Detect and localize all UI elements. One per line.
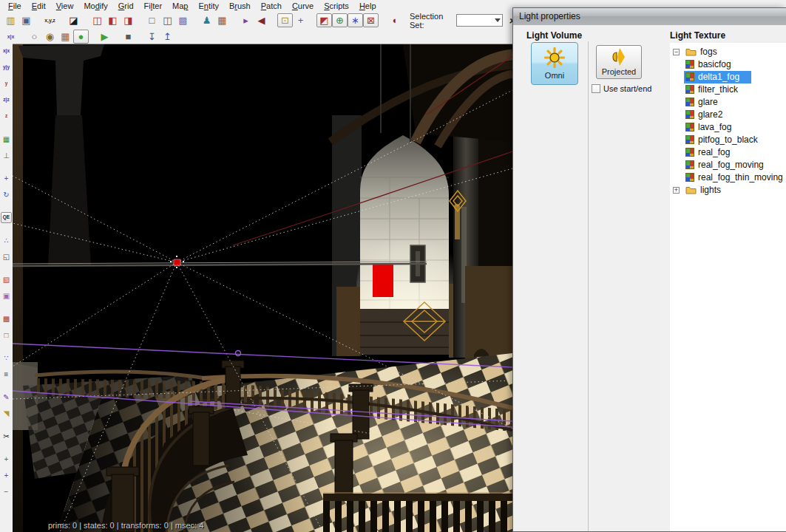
camera-viewport[interactable]: . [13, 44, 512, 532]
csg-merge-icon[interactable]: ◫ [160, 13, 175, 27]
tree-item-pitfog_to_black[interactable]: pitfog_to_black [670, 134, 786, 146]
step-up-icon[interactable]: ↥ [160, 30, 175, 44]
menu-file[interactable]: File [3, 1, 27, 11]
menu-entity[interactable]: Entity [193, 1, 224, 11]
entity-link-icon[interactable]: ∴ [1, 235, 12, 246]
mirror-x-icon[interactable]: x|x [1, 46, 12, 57]
overlap-squares-icon[interactable]: ◱ [1, 251, 12, 262]
use-start-end-checkbox[interactable] [592, 84, 600, 93]
pointer-entity-icon[interactable]: ▸ [238, 13, 254, 27]
patch-leaf-icon[interactable]: ◖ [387, 13, 402, 27]
menu-modify[interactable]: Modify [78, 1, 112, 11]
wireframe-sphere-icon[interactable]: ○ [27, 30, 42, 44]
menu-edit[interactable]: Edit [27, 1, 51, 11]
copy-brush-icon[interactable]: ▣ [1, 290, 12, 301]
selection-set-combo[interactable] [456, 14, 503, 27]
mode-rotate-icon[interactable]: ⊕ [332, 13, 348, 27]
lock-icon[interactable]: ⊡ [277, 13, 293, 27]
tree-row-content[interactable]: real_fog [684, 146, 742, 159]
region-off-icon[interactable]: □ [1, 330, 12, 341]
tree-item-real_fog[interactable]: real_fog [670, 146, 786, 159]
brush-rotate-icon[interactable]: ◧ [105, 13, 121, 27]
menu-curve[interactable]: Curve [287, 1, 319, 11]
open-file-icon[interactable]: ▥ [3, 13, 18, 27]
marquee-select-icon[interactable]: ▧ [1, 274, 12, 285]
csg-hollow-icon[interactable]: ▩ [175, 13, 191, 27]
region-set-icon[interactable]: ▩ [1, 313, 12, 324]
rotate-tool-icon[interactable]: ↻ [1, 189, 12, 200]
rotate-y-icon[interactable]: y [1, 78, 12, 89]
menu-map[interactable]: Map [167, 1, 193, 11]
qe-tool-icon[interactable]: QE [1, 212, 12, 223]
save-icon[interactable]: ▣ [18, 13, 34, 27]
tree-item-fogs[interactable]: −fogs [670, 46, 786, 58]
tree-item-real_fog_moving[interactable]: real_fog_moving [670, 159, 786, 171]
step-down-icon[interactable]: ↧ [144, 30, 160, 44]
tree-item-real_fog_thin_moving[interactable]: real_fog_thin_moving [670, 171, 786, 184]
xyz-axes-icon[interactable]: x,y,z [42, 13, 58, 27]
group-nodes-icon[interactable]: ≡ [1, 369, 12, 380]
entity-icon[interactable]: ♟ [199, 13, 214, 27]
menu-patch[interactable]: Patch [256, 1, 287, 11]
hide-axes-icon[interactable]: x|x [3, 30, 18, 44]
menu-help[interactable]: Help [354, 1, 382, 11]
tree-row-content[interactable]: glare2 [684, 109, 734, 121]
connect-entities-icon[interactable]: ∵ [1, 352, 12, 364]
tree-row-content[interactable]: pitfog_to_black [684, 134, 770, 146]
expand-icon[interactable]: + [673, 187, 680, 194]
tree-row-content[interactable]: basicfog [684, 58, 743, 71]
tree-item-filter_thick[interactable]: filter_thick [670, 83, 786, 96]
dialog-titlebar[interactable]: Light properties [513, 8, 786, 26]
tree-row-content[interactable]: lava_fog [684, 121, 743, 134]
menu-brush[interactable]: Brush [224, 1, 256, 11]
chevron-down-icon[interactable] [495, 18, 501, 22]
tree-row-content[interactable]: real_fog_thin_moving [684, 171, 786, 184]
csg-subtract-icon[interactable]: □ [144, 13, 160, 27]
realtime-light-icon[interactable]: ● [73, 30, 89, 44]
tree-item-lights[interactable]: +lights [670, 184, 786, 197]
tree-row-content[interactable]: fogs [684, 46, 729, 58]
tree-item-glare[interactable]: glare [670, 96, 786, 109]
tree-row-content[interactable]: lights [684, 184, 733, 197]
vertex-insert-icon[interactable]: + [1, 470, 12, 481]
mode-scale-icon[interactable]: ∗ [348, 13, 363, 27]
tree-row-content[interactable]: delta1_fog [684, 71, 751, 83]
snap-grid-icon[interactable]: ▦ [1, 134, 12, 145]
mirror-z-icon[interactable]: z|z [1, 95, 12, 106]
cube-texture-icon[interactable]: ▦ [214, 13, 230, 27]
brush-mirror-icon[interactable]: ◨ [121, 13, 136, 27]
mirror-y-icon[interactable]: y|y [1, 62, 12, 73]
rotate-z-icon[interactable]: z [1, 111, 12, 122]
lattice-icon[interactable]: ▦ [58, 30, 73, 44]
tree-item-basicfog[interactable]: basicfog [670, 58, 786, 71]
brush-flip-icon[interactable]: ◫ [89, 13, 105, 27]
stop-icon[interactable]: ■ [121, 30, 136, 44]
tree-row-content[interactable]: glare [684, 96, 730, 109]
vertex-add-icon[interactable]: + [1, 454, 12, 465]
tree-item-lava_fog[interactable]: lava_fog [670, 121, 786, 134]
texture-invert-icon[interactable]: ◪ [66, 13, 81, 27]
menu-filter[interactable]: Filter [139, 1, 167, 11]
pan-views-icon[interactable]: + [293, 13, 308, 27]
natural-texture-icon[interactable]: ◥ [1, 408, 12, 419]
cut-scissors-icon[interactable]: ✂ [1, 431, 12, 442]
menu-grid[interactable]: Grid [113, 1, 139, 11]
speaker-icon[interactable]: ◀ [254, 13, 269, 27]
menu-scripts[interactable]: Scripts [319, 1, 354, 11]
tree-row-content[interactable]: filter_thick [684, 83, 750, 96]
collapse-icon[interactable]: − [673, 49, 680, 55]
vertex-remove-icon[interactable]: − [1, 486, 12, 497]
play-icon[interactable]: ▶ [97, 30, 112, 44]
projected-button[interactable]: Projected [596, 45, 642, 79]
tree-item-delta1_fog[interactable]: delta1_fog [670, 71, 786, 83]
pen-tool-icon[interactable]: ✎ [1, 392, 12, 403]
tree-row-content[interactable]: real_fog_moving [684, 159, 776, 171]
mode-clip-icon[interactable]: ⊠ [363, 13, 379, 27]
move-tool-icon[interactable]: + [1, 173, 12, 184]
tree-item-glare2[interactable]: glare2 [670, 109, 786, 121]
mode-resize-icon[interactable]: ◩ [316, 13, 332, 27]
textured-cube-icon[interactable]: ◉ [42, 30, 58, 44]
omni-button[interactable]: Omni [531, 42, 578, 85]
flatten-icon[interactable]: ⊥ [1, 150, 12, 161]
menu-view[interactable]: View [51, 1, 79, 11]
